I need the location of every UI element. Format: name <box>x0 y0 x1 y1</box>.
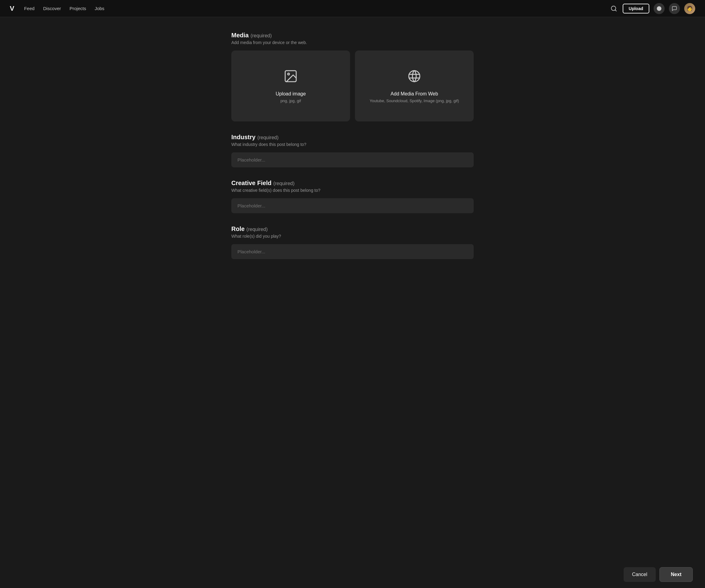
role-title: Role(required) <box>231 226 474 233</box>
role-input[interactable] <box>231 244 474 259</box>
logo[interactable]: V <box>10 5 14 12</box>
role-section: Role(required) What role(s) did you play… <box>231 226 474 259</box>
notification-button[interactable] <box>654 3 665 14</box>
globe-icon <box>407 69 422 86</box>
image-icon <box>283 69 298 86</box>
navbar-actions: Upload 🧑 <box>609 3 695 14</box>
svg-point-4 <box>288 73 289 75</box>
media-title: Media(required) <box>231 32 474 39</box>
upload-image-title: Upload image <box>276 91 306 97</box>
media-section: Media(required) Add media from your devi… <box>231 32 474 121</box>
message-button[interactable] <box>669 3 680 14</box>
navbar: V Feed Discover Projects Jobs Upload 🧑 <box>0 0 705 17</box>
svg-line-1 <box>615 10 616 11</box>
creative-field-subtitle: What creative field(s) does this post be… <box>231 188 474 193</box>
nav-projects[interactable]: Projects <box>69 5 86 12</box>
add-from-web-card[interactable]: Add Media From Web Youtube, Soundcloud, … <box>355 50 474 121</box>
creative-field-section: Creative Field(required) What creative f… <box>231 180 474 213</box>
industry-section: Industry(required) What industry does th… <box>231 134 474 167</box>
upload-image-subtitle: png, jpg, gif <box>280 99 301 103</box>
nav-feed[interactable]: Feed <box>24 5 35 12</box>
role-subtitle: What role(s) did you play? <box>231 234 474 239</box>
next-button[interactable]: Next <box>659 567 693 582</box>
industry-title: Industry(required) <box>231 134 474 141</box>
main-content: Media(required) Add media from your devi… <box>224 17 481 308</box>
nav-discover[interactable]: Discover <box>43 5 61 12</box>
search-button[interactable] <box>609 4 618 13</box>
bell-icon <box>656 6 662 11</box>
search-icon <box>610 5 617 12</box>
cancel-button[interactable]: Cancel <box>624 567 656 582</box>
industry-input[interactable] <box>231 152 474 167</box>
nav-jobs[interactable]: Jobs <box>95 5 104 12</box>
add-from-web-subtitle: Youtube, Soundcloud, Spotify, Image (png… <box>370 99 459 103</box>
upload-button[interactable]: Upload <box>623 4 649 13</box>
nav-links: Feed Discover Projects Jobs <box>24 5 600 12</box>
creative-field-title: Creative Field(required) <box>231 180 474 187</box>
creative-field-input[interactable] <box>231 198 474 213</box>
upload-image-card[interactable]: Upload image png, jpg, gif <box>231 50 350 121</box>
media-subtitle: Add media from your device or the web. <box>231 40 474 45</box>
media-cards-container: Upload image png, jpg, gif Add Media Fro… <box>231 50 474 121</box>
message-icon <box>672 6 677 11</box>
industry-subtitle: What industry does this post belong to? <box>231 142 474 147</box>
add-from-web-title: Add Media From Web <box>390 91 438 97</box>
footer-actions: Cancel Next <box>0 561 705 588</box>
avatar[interactable]: 🧑 <box>684 3 695 14</box>
svg-point-2 <box>657 6 662 11</box>
